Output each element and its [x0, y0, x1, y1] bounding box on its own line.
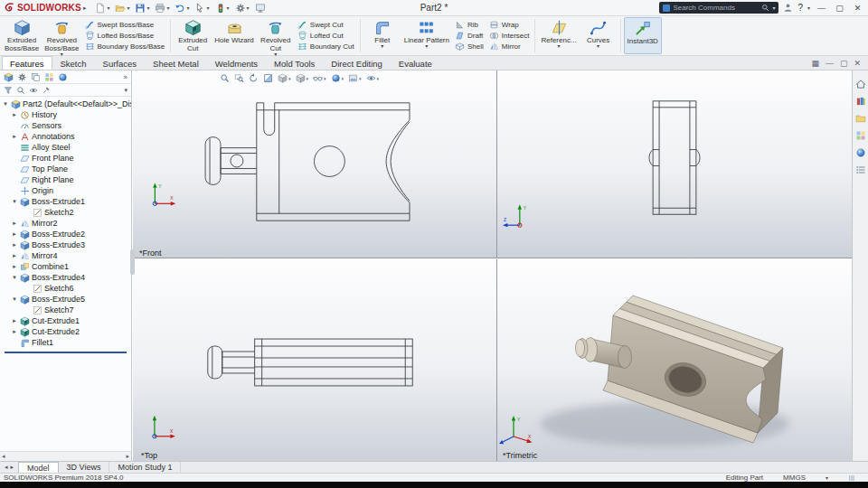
doc-close-button[interactable]: ✕	[854, 59, 861, 68]
expand-arrow-icon[interactable]: ▸	[11, 133, 18, 140]
search-input[interactable]: Search Commands ▾	[659, 2, 778, 14]
tree-item-top-plane[interactable]: Top Plane	[0, 164, 131, 174]
home-icon[interactable]	[855, 79, 866, 89]
expand-arrow-icon[interactable]: ▸	[11, 317, 18, 324]
boundary-cut-button[interactable]: Boundary Cut	[297, 42, 354, 52]
tree-item-history[interactable]: ▸ History	[0, 109, 131, 120]
tree-item-sketch2[interactable]: Sketch2	[0, 207, 131, 218]
fillet-button[interactable]: Fillet ▾	[363, 17, 401, 54]
tree-item-boss-extrude1[interactable]: ▾ Boss-Extrude1	[0, 196, 131, 207]
reference-geometry-button[interactable]: Referenc... ▾	[538, 17, 579, 54]
tree-item-annotations[interactable]: ▸ Annotations	[0, 131, 131, 142]
tree-item-boss-extrude5[interactable]: ▾ Boss-Extrude5	[0, 294, 131, 305]
maximize-button[interactable]: ▢	[833, 4, 846, 13]
tree-item-boss-extrude4[interactable]: ▾ Boss-Extrude4	[0, 272, 131, 283]
chevron-down-icon[interactable]: ▾	[826, 475, 828, 481]
chevron-down-icon[interactable]: ▾	[124, 87, 127, 94]
section-view-button[interactable]	[263, 73, 273, 83]
tree-item-fillet1[interactable]: Fillet1	[0, 337, 131, 348]
save-button[interactable]: ▾	[133, 1, 151, 14]
curves-button[interactable]: Curves ▾	[580, 17, 618, 54]
tree-item-root[interactable]: ▾ Part2 (Default<<Default>>_Display S	[0, 99, 131, 109]
filter-icon[interactable]	[4, 86, 13, 95]
tree-item-material[interactable]: Alloy Steel	[0, 142, 131, 153]
expand-arrow-icon[interactable]: ▾	[2, 100, 9, 108]
front-view-pane[interactable]: Y X	[133, 70, 497, 258]
doc-minimize-button[interactable]: —	[826, 59, 834, 68]
configuration-manager-tab-icon[interactable]	[31, 72, 41, 82]
tree-horizontal-scrollbar[interactable]: ◂ ▸	[0, 451, 131, 461]
scroll-right-icon[interactable]: ▸	[126, 453, 129, 460]
help-button[interactable]: ?	[797, 3, 803, 13]
tab-features[interactable]: Features	[2, 56, 52, 70]
tree-item-mirror4[interactable]: ▸ Mirror4	[0, 250, 131, 261]
expand-arrow-icon[interactable]: ▾	[11, 198, 18, 205]
units-selector[interactable]: MMGS	[783, 474, 806, 482]
expand-arrow-icon[interactable]: ▸	[11, 252, 18, 259]
scroll-left-icon[interactable]: ◂	[2, 453, 5, 460]
expand-arrow-icon[interactable]: ▾	[11, 296, 18, 303]
tree-item-combine1[interactable]: ▸ Combine1	[0, 261, 131, 272]
intersect-button[interactable]: Intersect	[489, 30, 530, 41]
revolved-cut-button[interactable]: Revolved Cut ▾	[257, 17, 295, 54]
apply-scene-button[interactable]: ▾	[348, 73, 362, 83]
expand-arrow-icon[interactable]: ▸	[11, 111, 18, 118]
tab-evaluate[interactable]: Evaluate	[391, 56, 440, 70]
linear-pattern-button[interactable]: Linear Pattern ▾	[401, 17, 452, 54]
display-manager-tab-icon[interactable]	[58, 72, 68, 82]
tab-scroll-right-icon[interactable]: ▸	[11, 464, 14, 471]
design-library-icon[interactable]	[855, 96, 866, 107]
undo-button[interactable]: ▾	[173, 1, 191, 14]
more-tabs-icon[interactable]: »	[124, 73, 127, 81]
hide-show-items-button[interactable]: ▾	[313, 73, 326, 83]
tree-item-sensors[interactable]: Sensors	[0, 120, 131, 131]
right-view-pane[interactable]: Z Y	[497, 70, 852, 258]
menu-expand-icon[interactable]: ▸	[83, 5, 87, 12]
user-account-button[interactable]	[783, 0, 793, 16]
tab-direct-editing[interactable]: Direct Editing	[323, 56, 391, 70]
custom-properties-icon[interactable]	[855, 164, 866, 175]
panel-splitter[interactable]	[130, 249, 135, 275]
expand-arrow-icon[interactable]: ▸	[11, 241, 18, 249]
search-tree-icon[interactable]	[16, 86, 25, 95]
tree-item-mirror2[interactable]: ▸ Mirror2	[0, 218, 131, 229]
extruded-cut-button[interactable]: Extruded Cut	[174, 17, 212, 54]
view-palette-icon[interactable]	[855, 130, 866, 141]
boundary-boss-base-button[interactable]: Boundary Boss/Base	[85, 42, 165, 52]
edit-appearance-button[interactable]: ▾	[331, 73, 344, 83]
previous-view-button[interactable]	[249, 73, 259, 83]
tree-item-cut-extrude1[interactable]: ▸ Cut-Extrude1	[0, 315, 131, 326]
rollback-bar[interactable]	[5, 352, 127, 353]
rib-button[interactable]: Rib	[455, 19, 484, 30]
expand-arrow-icon[interactable]: ▾	[11, 274, 18, 281]
mirror-button[interactable]: Mirror	[489, 42, 530, 52]
expand-arrow-icon[interactable]: ▸	[11, 328, 18, 335]
appearances-icon[interactable]	[855, 147, 866, 158]
tab-scroll-left-icon[interactable]: ◂	[5, 464, 8, 471]
tab-sheet-metal[interactable]: Sheet Metal	[145, 56, 207, 70]
tab-weldments[interactable]: Weldments	[207, 56, 266, 70]
tree-item-cut-extrude2[interactable]: ▸ Cut-Extrude2	[0, 326, 131, 337]
tab-model[interactable]: Model	[18, 462, 59, 473]
tree-item-origin[interactable]: Origin	[0, 185, 131, 196]
select-button[interactable]: ▾	[193, 1, 211, 14]
tab-mold-tools[interactable]: Mold Tools	[266, 56, 323, 70]
extruded-boss-base-button[interactable]: Extruded Boss/Base	[2, 17, 42, 54]
doc-restore-button[interactable]: ▢	[840, 59, 848, 68]
file-explorer-icon[interactable]	[855, 113, 866, 124]
tree-item-boss-extrude3[interactable]: ▸ Boss-Extrude3	[0, 239, 131, 250]
lofted-boss-base-button[interactable]: Lofted Boss/Base	[85, 30, 165, 41]
revolved-boss-base-button[interactable]: Revolved Boss/Base ▾	[42, 17, 81, 54]
view-orientation-button[interactable]: ▾	[278, 73, 291, 83]
hole-wizard-button[interactable]: Hole Wizard	[212, 17, 257, 54]
tab-surfaces[interactable]: Surfaces	[95, 56, 146, 70]
minimize-button[interactable]: —	[815, 4, 828, 13]
zoom-fit-button[interactable]	[220, 73, 230, 83]
tab-motion-study-1[interactable]: Motion Study 1	[109, 462, 181, 473]
shell-button[interactable]: Shell	[455, 42, 484, 52]
wrap-button[interactable]: Wrap	[489, 19, 530, 30]
swept-cut-button[interactable]: Swept Cut	[297, 19, 354, 30]
trimetric-view-pane[interactable]: Y X	[497, 259, 852, 461]
print-button[interactable]: ▾	[153, 1, 171, 14]
tree-item-sketch7[interactable]: Sketch7	[0, 305, 131, 315]
